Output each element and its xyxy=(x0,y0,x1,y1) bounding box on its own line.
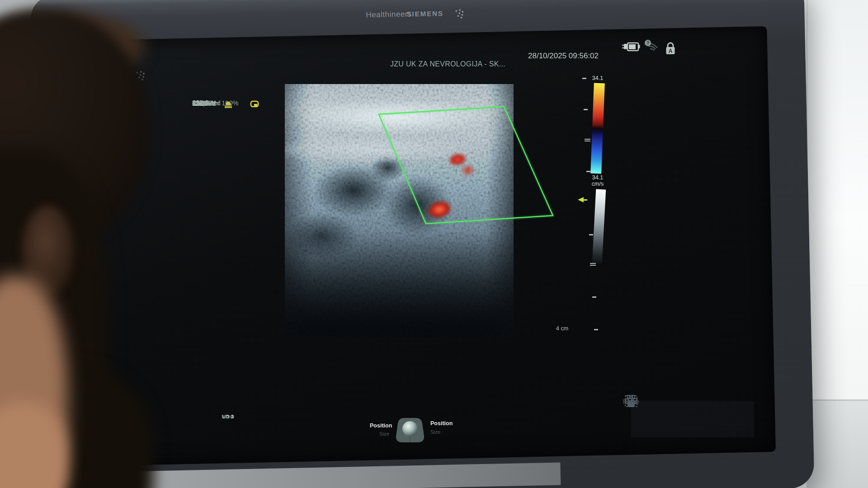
param-framerate: 25 fps xyxy=(192,99,210,107)
depth-tick xyxy=(584,109,588,110)
bezel-logo-line2: Healthineers xyxy=(366,9,412,19)
depth-scale-label: 4 cm xyxy=(556,325,568,332)
depth-tick xyxy=(586,171,590,172)
grayscale-bar xyxy=(592,189,606,264)
depth-tick xyxy=(592,296,596,298)
trackball-left-primary: Position xyxy=(370,422,392,429)
bezel-logo-line1: SIEMENS xyxy=(406,9,443,18)
focus-marker-icon[interactable] xyxy=(578,197,584,202)
datetime: 28/10/2025 09:56:02 xyxy=(528,52,599,61)
ud-value: None xyxy=(222,413,235,420)
battery-ac-icon xyxy=(621,41,641,52)
color-velocity-bar xyxy=(590,83,605,174)
svg-text:A: A xyxy=(669,48,673,54)
ultrasound-bmode-image xyxy=(285,84,514,337)
focus-marker-tail xyxy=(584,199,587,201)
wall-panel-lower xyxy=(807,401,868,488)
speckle-texture xyxy=(285,84,514,337)
velocity-max-label: 34.1 xyxy=(587,75,609,81)
doppler-flow-spot xyxy=(460,164,476,177)
study-title: JZU UK ZA NEVROLOGIJA - SK... xyxy=(390,60,505,68)
bezel-siemens-logo: SIEMENS Healthineers xyxy=(366,9,447,11)
siemens-burst-icon xyxy=(455,10,457,12)
depth-tick-major xyxy=(585,139,590,141)
action-button-bar: Print Clear Delete xyxy=(631,401,754,437)
ultrasound-screen-ui: SIEMENS Healthineers JZU UK ZA NEVROLOGI… xyxy=(58,35,770,460)
trackball-right-secondary: Size xyxy=(430,429,440,435)
velocity-unit: cm/s xyxy=(587,181,609,187)
trackball-icon[interactable] xyxy=(394,416,426,444)
depth-tick xyxy=(589,234,593,235)
svg-text:?: ? xyxy=(646,40,650,46)
wireless-status-icon: ? xyxy=(644,39,661,54)
delete-label: Delete xyxy=(623,398,640,405)
velocity-min-label: 34.1 xyxy=(587,174,609,181)
trackball-right-primary: Position xyxy=(430,420,453,427)
depth-tick xyxy=(582,78,586,79)
caps-lock-icon: A xyxy=(665,42,676,56)
depth-tick-major xyxy=(590,263,596,266)
photo-of-ultrasound-monitor: SIEMENS Healthineers ACUSON Juniper SIEM… xyxy=(0,0,868,488)
trackball-function-widget[interactable]: Position Size Position Size xyxy=(370,417,460,444)
orientation-marker-icon xyxy=(250,100,259,108)
depth-tick xyxy=(594,329,598,330)
trackball-left-secondary: Size xyxy=(379,431,389,436)
